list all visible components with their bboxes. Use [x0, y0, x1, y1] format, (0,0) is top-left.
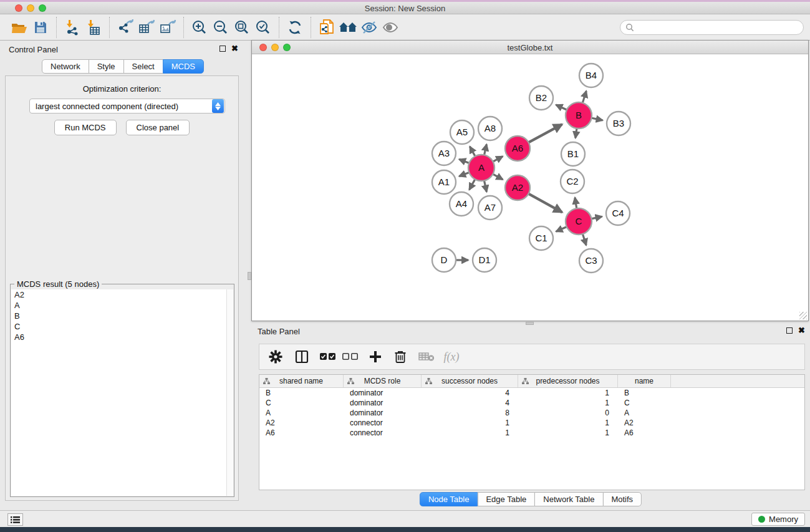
graph-node-D[interactable]: D	[432, 248, 456, 272]
deselect-all-rows-icon[interactable]	[340, 347, 360, 367]
float-table-panel-icon[interactable]	[786, 327, 793, 334]
import-network-icon[interactable]	[62, 17, 83, 38]
graph-node-C3[interactable]: C3	[579, 249, 603, 273]
graph-node-B2[interactable]: B2	[529, 86, 553, 110]
table-toolbar: f(x)	[259, 344, 805, 370]
graph-node-B3[interactable]: B3	[607, 112, 630, 135]
zoom-selected-icon[interactable]	[253, 17, 274, 38]
graph-node-A5[interactable]: A5	[450, 120, 474, 144]
result-list-item[interactable]: A	[11, 300, 227, 311]
tab-network[interactable]: Network	[42, 59, 89, 74]
export-table-icon[interactable]	[136, 17, 157, 38]
memory-button[interactable]: Memory	[751, 513, 805, 526]
table-cell: A2	[618, 418, 671, 427]
graph-node-B[interactable]: B	[566, 102, 592, 128]
graph-node-B1[interactable]: B1	[561, 142, 585, 166]
task-history-button[interactable]	[7, 513, 23, 526]
desktop-vertical-scrollbar[interactable]	[248, 272, 251, 280]
network-from-selection-icon[interactable]	[316, 17, 337, 38]
table-row[interactable]: Cdominator41C	[259, 398, 804, 408]
table-cell: 1	[518, 428, 618, 437]
add-column-icon[interactable]	[365, 347, 385, 367]
table-row[interactable]: A6connector11A6	[259, 428, 804, 438]
zoom-in-icon[interactable]	[189, 17, 210, 38]
graph-node-D1[interactable]: D1	[473, 248, 496, 272]
mcds-result-title: MCDS result (5 nodes)	[14, 279, 102, 289]
table-column-header[interactable]: shared name	[259, 375, 344, 387]
result-list-item[interactable]: A6	[11, 332, 227, 342]
network-window-titlebar[interactable]: testGlobe.txt	[252, 41, 808, 54]
table-cell: dominator	[344, 389, 422, 397]
table-settings-icon[interactable]	[266, 347, 286, 367]
export-image-icon[interactable]	[157, 17, 178, 38]
list-icon	[11, 516, 20, 524]
result-list-item[interactable]: A2	[11, 289, 227, 300]
graph-node-A8[interactable]: A8	[478, 117, 502, 140]
table-row[interactable]: Adominator80A	[259, 408, 804, 418]
tab-select[interactable]: Select	[123, 59, 163, 74]
criterion-select[interactable]: largest connected component (directed)	[29, 99, 225, 114]
toolbar-separator	[56, 17, 57, 38]
table-row[interactable]: Bdominator41B	[259, 388, 804, 398]
network-graph[interactable]: B4B2BB3A8A5A6A3B1AC2A1A2A4A7C4CC1DC3D1	[252, 54, 808, 321]
hide-graphics-details-icon[interactable]	[359, 17, 380, 38]
select-all-rows-icon[interactable]	[318, 347, 338, 367]
table-column-header[interactable]: predecessor nodes	[518, 375, 618, 387]
tab-edge-table[interactable]: Edge Table	[477, 492, 535, 506]
resize-grip[interactable]	[799, 312, 807, 319]
graph-node-A3[interactable]: A3	[432, 142, 456, 165]
float-panel-icon[interactable]	[219, 46, 226, 52]
graph-node-A[interactable]: A	[468, 155, 494, 181]
welcome-screen-icon[interactable]	[337, 17, 359, 38]
graph-node-A4[interactable]: A4	[450, 192, 473, 216]
table-column-header[interactable]: name	[618, 375, 671, 387]
graph-node-A7[interactable]: A7	[478, 196, 502, 220]
graph-node-C4[interactable]: C4	[606, 201, 630, 225]
zoom-out-icon[interactable]	[210, 17, 231, 38]
export-network-icon[interactable]	[115, 17, 136, 38]
table-column-header[interactable]: successor nodes	[422, 375, 518, 387]
search-input[interactable]	[634, 21, 803, 34]
tab-mcds[interactable]: MCDS	[163, 59, 204, 74]
show-columns-icon[interactable]	[292, 347, 312, 367]
desktop-background-bottom	[0, 527, 810, 532]
graph-edge-A2-C[interactable]	[528, 193, 562, 213]
graph-node-A2[interactable]: A2	[505, 175, 530, 200]
table-row[interactable]: A2connector11A2	[259, 418, 804, 428]
close-panel-button[interactable]: Close panel	[126, 120, 190, 135]
import-table-icon[interactable]	[83, 17, 104, 38]
table-panel-title: Table Panel	[258, 327, 300, 336]
application-window: Session: New Session	[0, 0, 810, 532]
open-session-icon[interactable]	[9, 17, 30, 38]
graph-node-C1[interactable]: C1	[529, 226, 553, 250]
table-tabs: Node TableEdge TableNetwork TableMotifs	[420, 492, 642, 506]
result-list-item[interactable]: B	[11, 311, 227, 321]
search-box[interactable]	[620, 20, 804, 35]
save-session-icon[interactable]	[30, 17, 51, 38]
graph-edge-B-B4[interactable]	[582, 91, 587, 104]
result-list-scrollbar[interactable]	[226, 289, 233, 496]
run-mcds-button[interactable]: Run MCDS	[54, 120, 117, 135]
mcds-result-list[interactable]: A2ABCA6	[11, 289, 227, 496]
result-list-item[interactable]: C	[11, 321, 227, 332]
delete-column-icon[interactable]	[390, 347, 410, 367]
close-table-panel-icon[interactable]: ✖	[798, 327, 805, 334]
close-panel-icon[interactable]: ✖	[231, 46, 238, 52]
function-builder-icon[interactable]: f(x)	[441, 347, 461, 367]
tab-style[interactable]: Style	[89, 59, 124, 74]
refresh-layout-icon[interactable]	[284, 17, 306, 38]
graph-node-C[interactable]: C	[566, 208, 592, 235]
tab-network-table[interactable]: Network Table	[534, 492, 603, 506]
tab-motifs[interactable]: Motifs	[602, 492, 642, 506]
table-column-header[interactable]: MCDS role	[344, 375, 422, 387]
network-canvas[interactable]: B4B2BB3A8A5A6A3B1AC2A1A2A4A7C4CC1DC3D1	[252, 54, 808, 321]
zoom-fit-icon[interactable]	[231, 17, 253, 38]
graph-node-A6[interactable]: A6	[505, 136, 530, 161]
graph-node-B4[interactable]: B4	[579, 64, 603, 87]
graph-node-C2[interactable]: C2	[561, 170, 584, 193]
show-graphics-details-icon[interactable]	[380, 17, 401, 38]
graph-edge-A6-B[interactable]	[528, 124, 562, 143]
tab-node-table[interactable]: Node Table	[420, 492, 478, 506]
graph-node-A1[interactable]: A1	[432, 170, 456, 194]
delete-table-icon[interactable]	[417, 347, 436, 367]
